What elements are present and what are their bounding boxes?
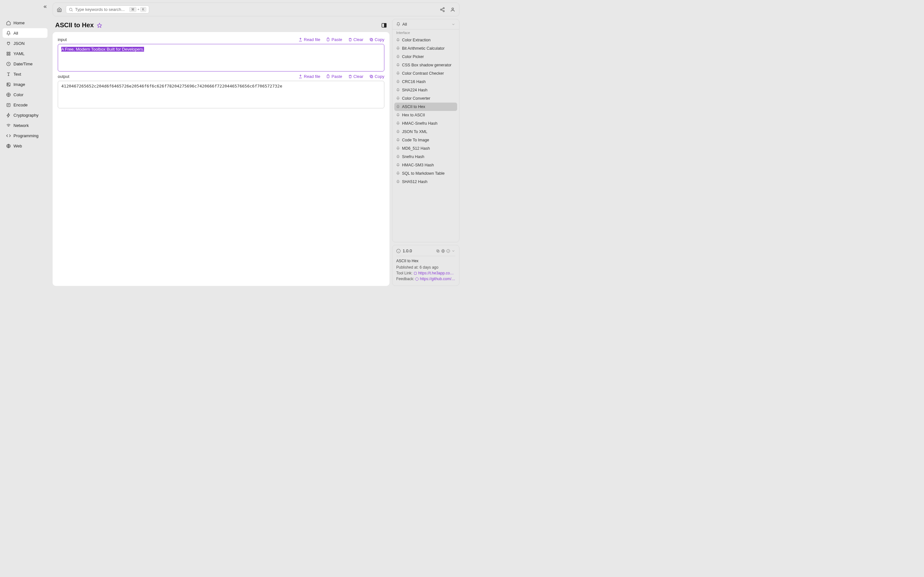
svg-rect-0 (7, 52, 8, 53)
filter-dropdown[interactable]: All (393, 19, 459, 29)
tool-item-label: Color Converter (402, 96, 430, 101)
sidebar-item-json[interactable]: JSON (3, 39, 47, 48)
tool-link-label: Tool Link: (396, 271, 413, 276)
svg-rect-16 (384, 23, 386, 27)
tool-item-label: MD6_512 Hash (402, 146, 430, 151)
tool-item-json-to-xml[interactable]: JSON To XML (394, 127, 457, 136)
tool-item-css-box-shadow-generator[interactable]: CSS Box shadow generator (394, 61, 457, 69)
tool-item-snefru-hash[interactable]: Snefru Hash (394, 153, 457, 161)
output-paste-button[interactable]: Paste (326, 74, 342, 79)
bell-icon (396, 105, 400, 109)
tool-link-value[interactable]: https://t.he3app.co… (418, 271, 454, 276)
chevron-mini-icon[interactable] (451, 249, 455, 253)
sidebar-item-programming[interactable]: Programming (3, 131, 47, 140)
tool-item-code-to-image[interactable]: Code To Image (394, 136, 457, 144)
input-read-file-button[interactable]: Read file (298, 37, 320, 42)
sidebar-item-label: Home (13, 21, 25, 25)
sidebar-item-date-time[interactable]: Date/Time (3, 59, 47, 69)
tool-item-crc16-hash[interactable]: CRC16 Hash (394, 77, 457, 86)
globe-mini-icon[interactable] (441, 249, 445, 253)
tool-item-label: Code To Image (402, 138, 429, 142)
link-icon (414, 271, 417, 275)
input-textarea[interactable]: A Free, Modern Toolbox Built for Develop… (58, 44, 384, 71)
input-clear-button[interactable]: Clear (348, 37, 363, 42)
output-textarea[interactable]: 4120467265652c204d6f6465726e20546f6f6c62… (58, 81, 384, 108)
copy-icon (369, 37, 373, 42)
palette-icon (6, 92, 11, 97)
output-clear-button[interactable]: Clear (348, 74, 363, 79)
home-icon (6, 20, 11, 25)
svg-rect-21 (371, 76, 373, 78)
svg-rect-1 (9, 52, 10, 53)
tool-item-sql-to-markdown-table[interactable]: SQL to Markdown Table (394, 169, 457, 177)
filter-label: All (402, 22, 407, 27)
tool-item-color-picker[interactable]: Color Picker (394, 53, 457, 61)
bolt-icon (6, 113, 11, 118)
tool-item-hex-to-ascii[interactable]: Hex to ASCII (394, 111, 457, 119)
collapse-sidebar-icon[interactable] (43, 5, 47, 9)
sidebar-item-cryptography[interactable]: Cryptography (3, 110, 47, 120)
copy-mini-icon[interactable] (436, 249, 440, 253)
tool-item-color-extraction[interactable]: Color Extraction (394, 36, 457, 44)
search-input[interactable] (75, 7, 129, 12)
tool-panel: input Read file Paste Clear Copy A Free,… (53, 32, 389, 286)
sidebar-item-home[interactable]: Home (3, 18, 47, 27)
tool-item-label: ASCII to Hex (402, 105, 425, 109)
external-icon (415, 277, 419, 281)
sidebar-item-image[interactable]: Image (3, 79, 47, 89)
paste-label: Paste (331, 74, 342, 79)
svg-point-12 (441, 9, 442, 10)
tool-item-sha512-hash[interactable]: SHA512 Hash (394, 177, 457, 186)
globe-icon (6, 143, 11, 148)
output-read-file-button[interactable]: Read file (298, 74, 320, 79)
svg-rect-18 (371, 39, 373, 41)
tool-item-hmac-snefru-hash[interactable]: HMAC-Snefru Hash (394, 119, 457, 127)
tool-item-label: CSS Box shadow generator (402, 63, 451, 67)
top-bar: ⌘ + K (53, 3, 459, 16)
favorite-star-icon[interactable] (97, 23, 102, 28)
sidebar-item-color[interactable]: Color (3, 90, 47, 99)
sidebar-item-network[interactable]: Network (3, 121, 47, 130)
upload-icon (298, 74, 302, 79)
paste-icon (326, 37, 330, 42)
input-paste-button[interactable]: Paste (326, 37, 342, 42)
user-icon[interactable] (450, 7, 455, 12)
nav-list: HomeAllJSONYAMLDate/TimeTextImageColorEn… (3, 18, 47, 151)
bell-icon (396, 55, 400, 59)
output-section: output Read file Paste Clear Copy 412046… (58, 74, 384, 108)
svg-rect-24 (437, 250, 439, 252)
sidebar-item-yaml[interactable]: YAML (3, 49, 47, 58)
tools-card: All Interface Color ExtractionBit Arithm… (392, 19, 459, 242)
bell-icon (396, 147, 400, 150)
svg-rect-22 (370, 75, 372, 77)
info-icon (396, 249, 401, 253)
bell-icon (396, 163, 400, 167)
share-icon[interactable] (440, 7, 445, 12)
panel-toggle-icon[interactable] (381, 23, 387, 28)
bell-icon (396, 171, 400, 175)
tool-item-color-contrast-checker[interactable]: Color Contrast Checker (394, 69, 457, 77)
tool-item-label: SHA512 Hash (402, 179, 427, 184)
bell-icon (396, 113, 400, 117)
input-copy-button[interactable]: Copy (369, 37, 384, 42)
sidebar-item-encode[interactable]: Encode (3, 100, 47, 110)
tool-item-hmac-sm3-hash[interactable]: HMAC-SM3 Hash (394, 161, 457, 169)
sidebar-item-web[interactable]: Web (3, 141, 47, 151)
tool-item-bit-arithmetic-calculator[interactable]: Bit Arithmetic Calculator (394, 44, 457, 53)
tool-item-md6-512-hash[interactable]: MD6_512 Hash (394, 144, 457, 153)
check-mini-icon[interactable] (446, 249, 450, 253)
tool-item-sha224-hash[interactable]: SHA224 Hash (394, 86, 457, 94)
sidebar-item-all[interactable]: All (3, 28, 47, 38)
tool-item-ascii-to-hex[interactable]: ASCII to Hex (394, 103, 457, 111)
bell-icon (396, 180, 400, 184)
bell-icon (396, 47, 400, 50)
sidebar-item-text[interactable]: Text (3, 69, 47, 79)
feedback-value[interactable]: https://github.com/… (420, 277, 455, 281)
search-box[interactable]: ⌘ + K (66, 5, 149, 13)
bell-icon (396, 38, 400, 42)
tool-list[interactable]: Interface Color ExtractionBit Arithmetic… (393, 29, 459, 242)
paste-label: Paste (331, 37, 342, 42)
home-icon[interactable] (57, 7, 62, 12)
tool-item-color-converter[interactable]: Color Converter (394, 94, 457, 103)
output-copy-button[interactable]: Copy (369, 74, 384, 79)
